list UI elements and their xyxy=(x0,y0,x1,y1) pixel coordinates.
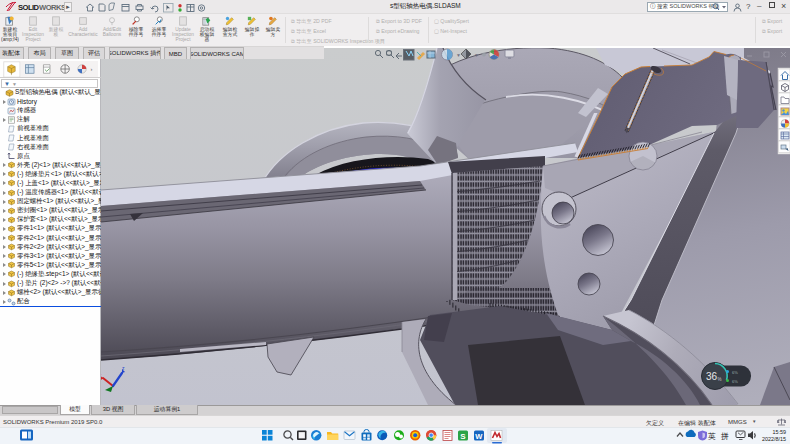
svg-text:36: 36 xyxy=(706,371,718,382)
svg-text:›: › xyxy=(91,66,93,72)
svg-text:15:59: 15:59 xyxy=(773,429,787,435)
svg-text:6%: 6% xyxy=(732,370,738,375)
svg-text:S: S xyxy=(460,432,466,441)
svg-text:WORKS: WORKS xyxy=(39,3,66,12)
svg-text:▼: ▼ xyxy=(456,52,461,58)
svg-text:英: 英 xyxy=(708,432,716,441)
svg-text:2022/8/15: 2022/8/15 xyxy=(762,436,786,442)
svg-text:▼: ▼ xyxy=(474,52,479,58)
svg-text:W: W xyxy=(475,432,483,441)
svg-text:%: % xyxy=(718,377,722,382)
svg-text:SOLID: SOLID xyxy=(18,3,40,12)
svg-text:6%: 6% xyxy=(732,379,738,384)
svg-text:拼: 拼 xyxy=(720,432,729,441)
